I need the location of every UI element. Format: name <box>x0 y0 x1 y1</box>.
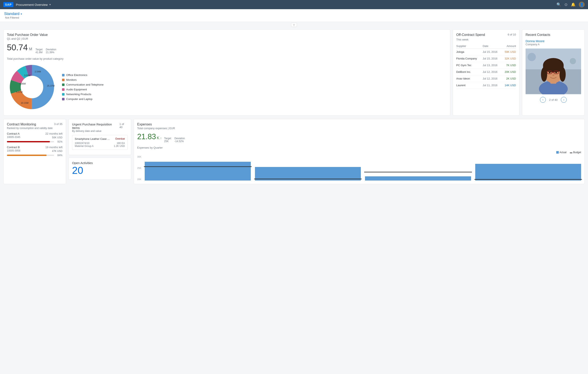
bell-icon[interactable]: 🔔 <box>571 2 576 7</box>
expenses-card: Expenses Total company expenses | EUR 21… <box>134 119 585 184</box>
off-contract-header: Off-Contract Spend 6 of 10 <box>456 33 516 37</box>
recent-contacts-card: Recent Contacts Donna Moore Company A <box>522 30 585 116</box>
chart-title: Total purchase order value by product ca… <box>7 57 447 60</box>
table-row: Anav Ideon Jul 12, 2016 2K USD <box>456 75 516 82</box>
bar-group-q3 <box>365 160 471 180</box>
expenses-header: Expenses <box>137 123 581 127</box>
supplier-name: Anav Ideon <box>456 75 483 82</box>
supplier-amount: 14K USD <box>502 82 516 89</box>
supplier-date: Jul 12, 2016 <box>483 69 501 75</box>
bar-actual-q3 <box>365 176 471 180</box>
col-amount: Amount <box>502 44 516 49</box>
legend-actual-label: Actual <box>560 151 567 154</box>
off-contract-count: 6 of 10 <box>508 33 516 36</box>
legend-item-monitors: Monitors <box>62 78 104 81</box>
search-icon[interactable]: 🔍 <box>556 2 561 7</box>
kpi-meta: Target Deviation 41.8M 21.39% <box>35 48 56 54</box>
urgent-item-name: Smartphone Leather Case ... <box>75 137 110 140</box>
title-dropdown-icon: ▼ <box>49 3 51 6</box>
card-subtitle: Q1 and Q2 | EUR <box>7 37 447 40</box>
bar-group-q4 <box>475 160 581 180</box>
legend-label-computer: Computer and Laptop <box>66 97 93 101</box>
legend-budget-color <box>570 153 572 153</box>
svg-text:4.06M: 4.06M <box>20 83 26 85</box>
filter-label[interactable]: Standard ▾ <box>4 12 22 16</box>
open-activities-title: Open Activities <box>72 161 93 165</box>
sap-logo: SAP <box>3 2 13 7</box>
contract-a-amount: 50K USD <box>52 136 63 139</box>
supplier-name: PC Gym Tec <box>456 62 483 69</box>
bar-actual-q2 <box>255 167 361 180</box>
svg-text:25.37M: 25.37M <box>47 84 55 87</box>
expenses-target-label: Target <box>164 137 171 140</box>
bar-actual-q1 <box>145 162 251 180</box>
sub-header: Standard ▾ Not Filtered <box>0 9 588 22</box>
expenses-deviation-label: Deviation <box>174 137 185 140</box>
expenses-unit: K <box>157 136 159 140</box>
supplier-date: Jul 13, 2016 <box>483 62 501 69</box>
urgent-count: 1 of 40 <box>119 123 127 129</box>
open-activities-card: Open Activities 20 <box>68 157 131 180</box>
y-label-30k: 30K <box>137 156 141 158</box>
y-axis: 30K 25K 20K <box>137 156 141 180</box>
legend-actual: Actual <box>556 151 567 154</box>
contact-counter: 2 of 40 <box>549 98 557 101</box>
collapse-button[interactable]: ▽ <box>291 23 297 27</box>
bar-group-q1 <box>145 160 251 180</box>
supplier-amount: 20K USD <box>502 69 516 75</box>
supplier-date: Jul 15, 2016 <box>483 55 501 62</box>
table-row: Laurent Jul 11, 2016 14K USD <box>456 82 516 89</box>
contract-b-bar <box>7 155 47 156</box>
legend-budget-label: Budget <box>573 151 581 154</box>
settings-icon[interactable]: ⊙ <box>564 2 567 7</box>
contact-name[interactable]: Donna Moore <box>525 39 581 43</box>
supplier-name: Florida Company <box>456 55 483 62</box>
user-avatar[interactable]: 👤 <box>579 2 585 8</box>
page-title-text: Procurement Overview <box>16 3 48 7</box>
legend-label-comm: Communication and Telephone <box>66 83 104 86</box>
contact-next-button[interactable]: › <box>561 97 567 103</box>
legend-label-monitors: Monitors <box>66 78 77 81</box>
expenses-subtitle: Total company expenses | EUR <box>137 127 581 130</box>
svg-text:5.07M: 5.07M <box>16 91 23 93</box>
svg-text:10.15M: 10.15M <box>21 102 29 104</box>
kpi-value: 50.74 <box>7 43 28 52</box>
contact-prev-button[interactable]: ‹ <box>540 97 546 103</box>
bar-chart-legend: Actual Budget <box>137 151 581 154</box>
off-contract-period: This week <box>456 38 516 41</box>
legend-color-monitors <box>62 79 64 81</box>
bar-group-q2 <box>255 160 361 180</box>
supplier-name: DelBont Inc. <box>456 69 483 75</box>
budget-line-q4 <box>474 179 582 180</box>
legend-color-computer <box>62 98 64 100</box>
urgent-subtitle: By delivery date and value <box>72 130 127 133</box>
contract-b-id: 10005-3958 <box>7 149 20 152</box>
y-label-25k: 25K <box>137 167 141 169</box>
filter-status: Not Filtered <box>5 16 22 19</box>
svg-text:3.55M: 3.55M <box>24 74 31 77</box>
contract-a-name: Contract A <box>7 132 20 135</box>
contract-desc: Ranked by consumption and validity date <box>7 127 63 130</box>
legend-actual-color <box>556 151 559 154</box>
budget-line-q1 <box>144 166 252 167</box>
contract-item-a: Contract A 22 months left 10005-3345 50K… <box>7 132 63 143</box>
target-value: 41.8M <box>35 51 42 54</box>
main-content: Total Purchase Order Value Q1 and Q2 | E… <box>0 28 588 119</box>
supplier-amount: 32K USD <box>502 55 516 62</box>
svg-point-26 <box>552 74 554 76</box>
open-activities-header: Open Activities <box>72 161 127 165</box>
card-title: Total Purchase Order Value <box>7 33 447 37</box>
donut-chart: 25.37M 10.15M 5.07M 4.06M 3.55M 2.54M <box>7 62 57 112</box>
svg-point-28 <box>560 67 566 82</box>
supplier-amount: 59K USD <box>502 49 516 55</box>
svg-text:2.54M: 2.54M <box>35 70 41 73</box>
legend-item-audio: Audio Equipment <box>62 88 104 91</box>
urgent-item-group: Material Group A <box>75 145 94 147</box>
urgent-item-id: 10002474/10 <box>75 142 89 145</box>
donut-chart-area: 25.37M 10.15M 5.07M 4.06M 3.55M 2.54M Of… <box>7 62 447 112</box>
supplier-date: Jul 12, 2016 <box>483 75 501 82</box>
app-title: Procurement Overview ▼ <box>16 3 51 7</box>
chart-legend: Office Electronics Monitors Communicatio… <box>62 73 104 101</box>
svg-point-30 <box>570 58 576 64</box>
legend-item-office-electronics: Office Electronics <box>62 73 104 77</box>
